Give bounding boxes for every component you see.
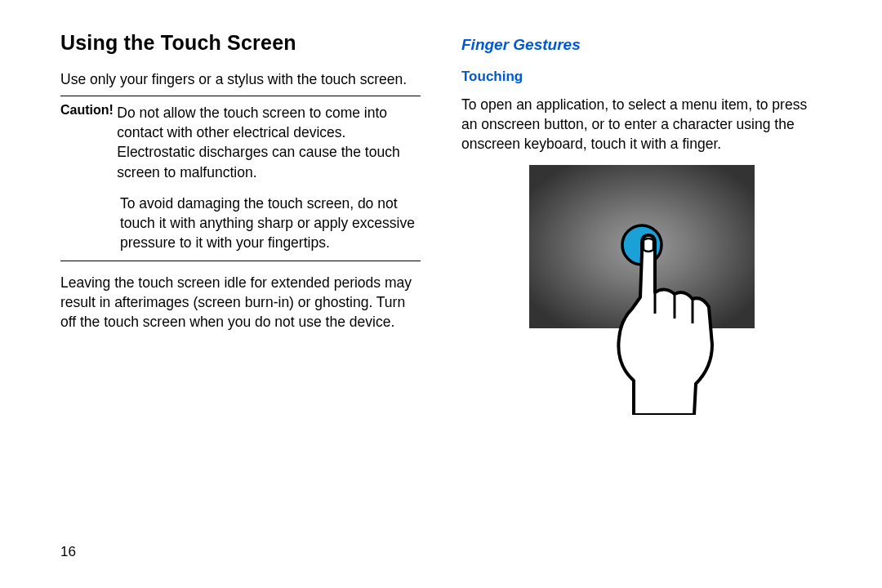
caution-paragraph-1: Do not allow the touch screen to come in…: [117, 103, 421, 182]
caution-label: Caution!: [60, 103, 117, 182]
touching-body: To open an application, to select a menu…: [461, 95, 822, 154]
caution-paragraph-2: To avoid damaging the touch screen, do n…: [60, 194, 421, 252]
touching-illustration: [519, 162, 764, 415]
intro-text: Use only your fingers or a stylus with t…: [60, 69, 421, 89]
caution-box: Caution! Do not allow the touch screen t…: [60, 96, 421, 261]
section-heading: Finger Gestures: [461, 36, 822, 54]
page-number: 16: [60, 544, 76, 560]
main-heading: Using the Touch Screen: [60, 31, 421, 55]
note-text: Leaving the touch screen idle for extend…: [60, 273, 421, 332]
subsection-heading: Touching: [461, 69, 822, 85]
